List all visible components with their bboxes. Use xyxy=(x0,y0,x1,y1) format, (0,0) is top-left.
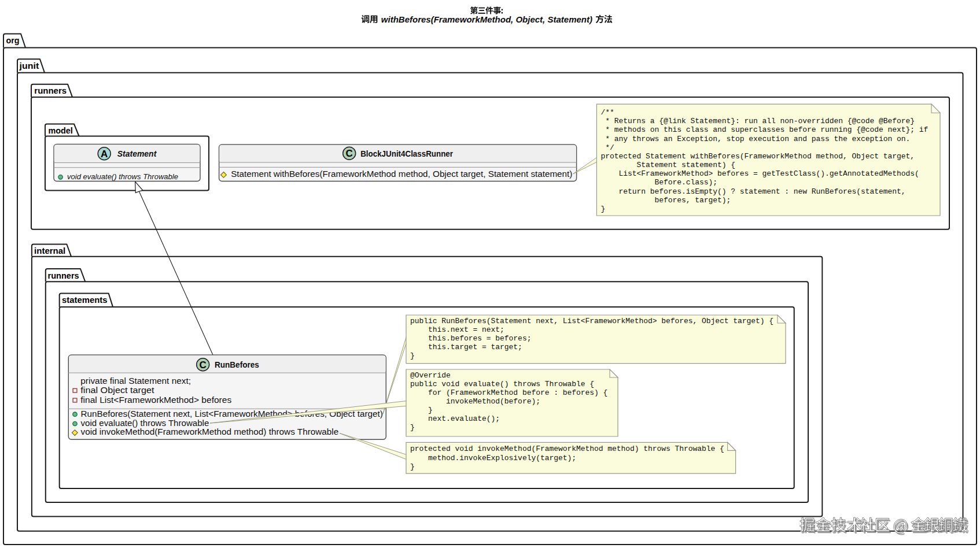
svg-text:C: C xyxy=(200,360,207,371)
svg-text:withBefores(FrameworkMethod, O: withBefores(FrameworkMethod, Object, Sta… xyxy=(381,15,593,24)
svg-text:junit: junit xyxy=(19,61,39,71)
svg-text:final List<FrameworkMethod> be: final List<FrameworkMethod> befores xyxy=(80,395,231,405)
svg-text:void invokeMethod(FrameworkMet: void invokeMethod(FrameworkMethod method… xyxy=(81,427,339,436)
svg-text:internal: internal xyxy=(34,246,65,256)
svg-text:private final Statement next;: private final Statement next; xyxy=(80,376,191,386)
svg-text:C: C xyxy=(346,148,353,159)
svg-text:A: A xyxy=(101,149,108,160)
svg-text:org: org xyxy=(6,35,20,45)
svg-text:void evaluate() throws Throwab: void evaluate() throws Throwable xyxy=(67,172,178,181)
svg-text:runners: runners xyxy=(34,86,67,95)
svg-text:Statement: Statement xyxy=(117,149,157,158)
svg-text:void evaluate() throws Throwab: void evaluate() throws Throwable xyxy=(81,419,209,428)
svg-text:model: model xyxy=(48,125,73,135)
svg-text:final Object target: final Object target xyxy=(80,386,154,395)
svg-text:RunBefores: RunBefores xyxy=(215,360,259,369)
svg-text:statements: statements xyxy=(62,295,108,305)
svg-text:Statement withBefores(Framewor: Statement withBefores(FrameworkMethod me… xyxy=(231,169,572,179)
svg-text:runners: runners xyxy=(48,271,79,280)
svg-text:BlockJUnit4ClassRunner: BlockJUnit4ClassRunner xyxy=(360,149,453,158)
